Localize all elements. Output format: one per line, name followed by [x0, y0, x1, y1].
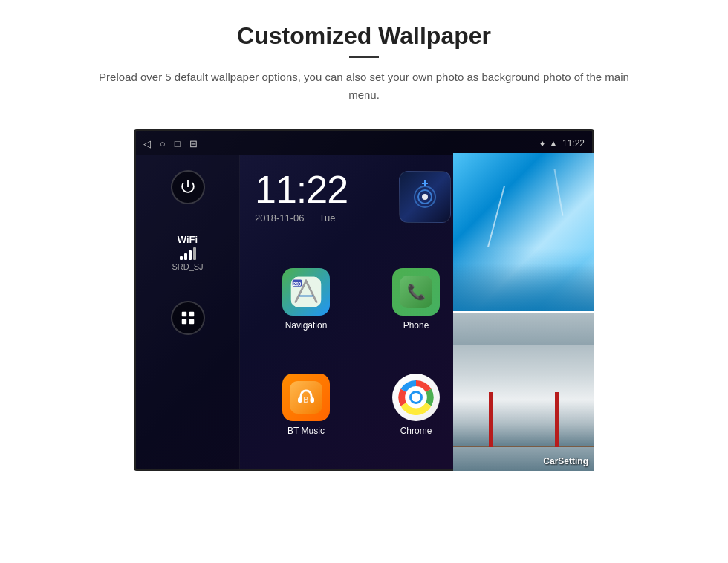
screenshot-icon[interactable]: ⊟: [189, 138, 198, 149]
svg-point-6: [422, 194, 428, 200]
clock-date: 2018-11-06 Tue: [255, 212, 348, 224]
svg-text:B: B: [303, 396, 308, 404]
carsetting-label: CarSetting: [543, 456, 588, 466]
wallpaper-bridge-thumb[interactable]: CarSetting: [453, 313, 594, 471]
status-bar: ◁ ○ □ ⊟ ♦ ▲ 11:22: [136, 131, 592, 155]
svg-text:📞: 📞: [407, 283, 426, 301]
power-button[interactable]: [171, 170, 205, 204]
page-wrapper: Customized Wallpaper Preload over 5 defa…: [0, 0, 728, 563]
wifi-bar-1: [180, 256, 183, 260]
svg-rect-20: [298, 397, 302, 403]
svg-rect-21: [311, 397, 315, 403]
status-nav-icons: ◁ ○ □ ⊟: [143, 138, 198, 149]
wallpaper-bridge-bg: [453, 313, 594, 471]
wallpaper-panel: CarSetting: [453, 153, 594, 471]
signal-icon: ▲: [549, 138, 558, 149]
app-navigation[interactable]: 280 Navigation: [251, 247, 361, 352]
title-section: Customized Wallpaper Preload over 5 defa…: [97, 22, 631, 104]
wifi-bar-4: [193, 247, 196, 260]
svg-point-25: [412, 393, 420, 402]
wifi-bar-3: [189, 250, 192, 260]
svg-rect-0: [181, 312, 186, 316]
chrome-icon: [392, 374, 440, 421]
wifi-bar-2: [184, 253, 187, 260]
btmusic-label: BT Music: [287, 426, 325, 436]
status-right-icons: ♦ ▲ 11:22: [540, 138, 585, 149]
wifi-label: WiFi: [172, 234, 203, 245]
svg-text:280: 280: [293, 282, 302, 287]
svg-rect-1: [189, 312, 193, 316]
wifi-ssid: SRD_SJ: [172, 262, 203, 271]
clock-info: 11:22 2018-11-06 Tue: [255, 170, 348, 224]
clock-time: 11:22: [255, 170, 348, 209]
phone-icon: 📞: [392, 268, 440, 316]
wallpaper-ice-bg: [453, 153, 594, 311]
home-icon[interactable]: ○: [160, 138, 166, 149]
ice-detail-2: [553, 169, 563, 216]
back-icon[interactable]: ◁: [143, 138, 151, 149]
svg-rect-3: [189, 319, 193, 324]
ice-detail-1: [487, 186, 505, 247]
svg-rect-2: [181, 319, 186, 324]
wifi-signal-bars: [172, 248, 203, 260]
phone-label: Phone: [403, 320, 429, 331]
wallpaper-ice-thumb[interactable]: [453, 153, 594, 313]
wifi-section: WiFi SRD_SJ: [172, 234, 203, 271]
page-subtitle: Preload over 5 default wallpaper options…: [97, 68, 631, 104]
device-area: ◁ ○ □ ⊟ ♦ ▲ 11:22: [134, 129, 594, 471]
title-divider: [349, 56, 379, 58]
apps-grid-button[interactable]: [171, 301, 205, 335]
clock-day-value: Tue: [319, 212, 336, 224]
navigation-icon: 280: [282, 268, 330, 316]
clock-date-value: 2018-11-06: [255, 212, 305, 224]
recent-icon[interactable]: □: [175, 138, 181, 149]
app-btmusic[interactable]: B BT Music: [251, 352, 361, 458]
page-title: Customized Wallpaper: [97, 22, 631, 50]
left-sidebar: WiFi SRD_SJ: [136, 155, 240, 469]
navigation-label: Navigation: [285, 320, 328, 331]
radio-widget[interactable]: [399, 171, 451, 223]
clock-status: 11:22: [562, 138, 585, 149]
location-icon: ♦: [540, 138, 545, 149]
chrome-label: Chrome: [400, 426, 432, 436]
btmusic-icon: B: [282, 374, 330, 421]
